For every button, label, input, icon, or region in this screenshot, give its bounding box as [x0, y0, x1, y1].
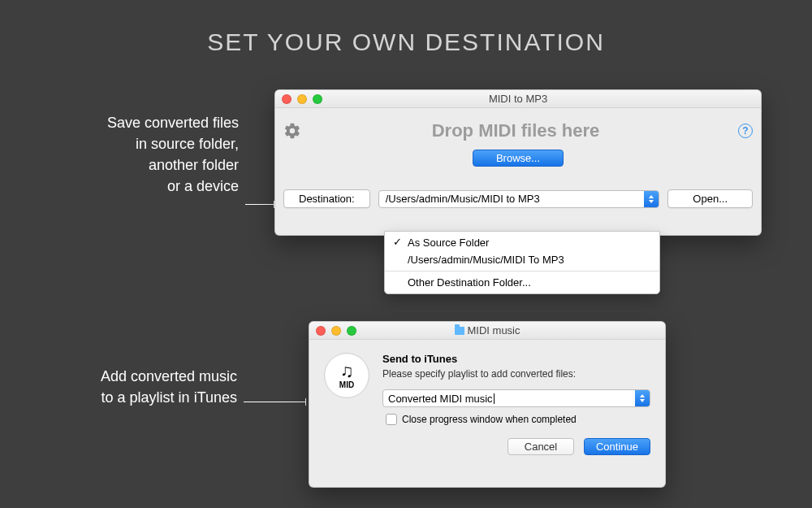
window-title: MIDI to MP3 [275, 93, 761, 105]
dialog-body: ♫ MID Send to iTunes Please specify play… [309, 340, 665, 433]
destination-value: /Users/admin/Music/MIDI to MP3 [386, 193, 540, 205]
checkbox-row: Close progress window when completed [386, 414, 650, 425]
music-note-icon: ♫ [340, 363, 354, 380]
minimize-button[interactable] [331, 326, 341, 336]
menu-item-path[interactable]: /Users/admin/Music/MIDI To MP3 [385, 251, 659, 268]
close-progress-checkbox[interactable] [386, 414, 397, 425]
menu-item-as-source[interactable]: As Source Folder [385, 234, 659, 251]
menu-item-other-folder[interactable]: Other Destination Folder... [385, 274, 659, 291]
destination-select[interactable]: /Users/admin/Music/MIDI to MP3 [378, 190, 660, 208]
zoom-button[interactable] [347, 326, 356, 336]
traffic-lights [275, 94, 322, 104]
folder-icon [455, 327, 464, 335]
window-title-text: MIDI music [468, 324, 520, 336]
callout-playlist: Add converted music to a playlist in iTu… [47, 366, 237, 408]
toolbar: Drop MIDI files here ? [275, 108, 761, 153]
destination-dropdown: As Source Folder /Users/admin/Music/MIDI… [384, 231, 660, 294]
callout-text: Add converted music to a playlist in iTu… [101, 368, 237, 406]
page-title: SET YOUR OWN DESTINATION [0, 0, 812, 56]
window-titlebar[interactable]: MIDI music [309, 322, 665, 340]
midi-file-icon: ♫ MID [324, 353, 369, 398]
callout-save-files: Save converted files in source folder, a… [49, 112, 239, 197]
chevron-updown-icon [644, 191, 659, 207]
close-button[interactable] [282, 94, 292, 104]
checkbox-label: Close progress window when completed [402, 414, 577, 425]
dialog-title: Send to iTunes [382, 353, 650, 365]
traffic-lights [309, 326, 356, 336]
midi-to-mp3-window: MIDI to MP3 Drop MIDI files here ? Brows… [274, 89, 762, 236]
close-button[interactable] [316, 326, 326, 336]
cancel-button[interactable]: Cancel [508, 438, 574, 455]
midi-icon-label: MID [339, 380, 354, 389]
callout-connector [244, 402, 305, 402]
destination-row: Destination: /Users/admin/Music/MIDI to … [275, 189, 761, 208]
window-title: MIDI music [309, 324, 665, 336]
chevron-updown-icon [635, 390, 650, 406]
minimize-button[interactable] [297, 94, 307, 104]
zoom-button[interactable] [313, 94, 322, 104]
callout-connector [245, 204, 274, 205]
destination-label-button[interactable]: Destination: [283, 189, 370, 208]
drop-zone-title: Drop MIDI files here [293, 120, 738, 141]
help-icon[interactable]: ? [738, 124, 753, 138]
window-titlebar[interactable]: MIDI to MP3 [275, 90, 761, 108]
dialog-subtitle: Please specify playlist to add converted… [382, 368, 650, 380]
callout-text: Save converted files in source folder, a… [107, 115, 239, 194]
playlist-value: Converted MIDI music [388, 393, 493, 405]
send-to-itunes-window: MIDI music ♫ MID Send to iTunes Please s… [309, 321, 666, 488]
dialog-buttons: Cancel Continue [309, 433, 665, 467]
open-button[interactable]: Open... [667, 189, 753, 208]
continue-button[interactable]: Continue [584, 438, 650, 455]
menu-separator [385, 271, 659, 271]
text-cursor [494, 393, 495, 404]
playlist-select[interactable]: Converted MIDI music [382, 389, 650, 407]
